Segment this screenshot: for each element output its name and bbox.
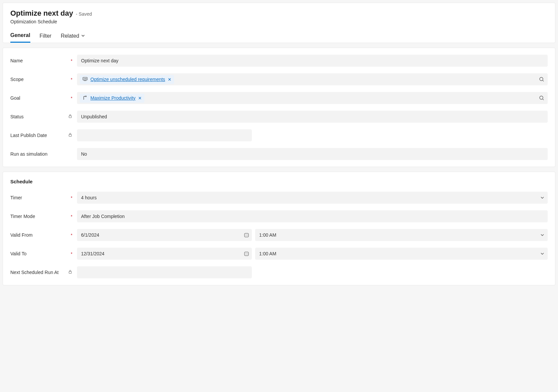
field-row-timer-mode: Timer Mode * After Job Completion — [10, 210, 548, 222]
timer-mode-value: After Job Completion — [81, 214, 125, 219]
required-icon: * — [71, 214, 72, 219]
goal-remove-icon[interactable]: ✕ — [138, 96, 142, 101]
required-icon: * — [71, 96, 72, 101]
field-row-status: Status Unpublished — [10, 111, 548, 123]
goal-pill: Maximize Productivity ✕ — [80, 94, 144, 103]
general-section: Name * Optimize next day Scope * — [3, 48, 555, 167]
schedule-section: Schedule Timer * 4 hours Timer Mode * — [3, 172, 555, 285]
run-sim-field[interactable]: No — [77, 148, 548, 160]
chevron-down-icon — [81, 33, 85, 39]
page-title: Optimize next day — [10, 9, 73, 18]
next-run-field — [77, 266, 252, 278]
field-row-scope: Scope * Optimize unscheduled requirement… — [10, 73, 548, 85]
valid-to-time-select[interactable]: 1:00 AM — [255, 248, 548, 260]
valid-to-time-value: 1:00 AM — [259, 251, 276, 256]
svg-rect-8 — [69, 272, 71, 274]
field-row-run-sim: Run as simulation No — [10, 148, 548, 160]
svg-rect-5 — [69, 135, 71, 137]
goal-route-icon — [82, 95, 88, 101]
required-icon: * — [71, 251, 72, 256]
scope-link[interactable]: Optimize unscheduled requirements — [90, 77, 165, 82]
required-icon: * — [71, 195, 72, 200]
valid-to-date-value: 12/31/2024 — [81, 251, 104, 256]
timer-mode-label: Timer Mode — [10, 214, 35, 219]
scope-pill: Optimize unscheduled requirements ✕ — [80, 75, 174, 84]
field-row-name: Name * Optimize next day — [10, 55, 548, 67]
field-row-valid-to: Valid To * 12/31/2024 1:00 AM — [10, 248, 548, 260]
timer-mode-field[interactable]: After Job Completion — [77, 210, 548, 222]
timer-select[interactable]: 4 hours — [77, 192, 548, 204]
goal-link[interactable]: Maximize Productivity — [90, 95, 135, 101]
timer-value: 4 hours — [81, 195, 97, 200]
saved-status: - Saved — [76, 11, 92, 17]
goal-label: Goal — [10, 95, 20, 101]
valid-from-label: Valid From — [10, 232, 33, 238]
lock-icon — [68, 114, 72, 119]
search-icon[interactable] — [539, 95, 544, 101]
status-field: Unpublished — [77, 111, 548, 123]
run-sim-value: No — [81, 151, 87, 157]
svg-rect-0 — [83, 77, 87, 80]
tab-filter[interactable]: Filter — [40, 32, 52, 43]
scope-entity-icon — [82, 76, 88, 83]
tab-related-label: Related — [61, 33, 79, 39]
goal-lookup[interactable]: Maximize Productivity ✕ — [77, 92, 548, 104]
status-label: Status — [10, 114, 24, 119]
last-publish-label: Last Publish Date — [10, 133, 47, 138]
field-row-timer: Timer * 4 hours — [10, 192, 548, 204]
valid-from-time-value: 1:00 AM — [259, 232, 276, 238]
tab-general[interactable]: General — [10, 32, 30, 43]
name-input[interactable]: Optimize next day — [77, 55, 548, 67]
scope-lookup[interactable]: Optimize unscheduled requirements ✕ — [77, 73, 548, 85]
run-sim-label: Run as simulation — [10, 151, 47, 157]
scope-remove-icon[interactable]: ✕ — [168, 77, 171, 82]
chevron-down-icon — [540, 233, 544, 237]
field-row-valid-from: Valid From * 6/1/2024 1:00 AM — [10, 229, 548, 241]
required-icon: * — [71, 233, 72, 238]
timer-label: Timer — [10, 195, 22, 200]
field-row-last-publish: Last Publish Date — [10, 129, 548, 141]
valid-to-date-input[interactable]: 12/31/2024 — [77, 248, 252, 260]
calendar-icon[interactable] — [244, 251, 249, 256]
scope-label: Scope — [10, 77, 24, 82]
lock-icon — [68, 133, 72, 138]
lock-icon — [68, 270, 72, 275]
svg-rect-4 — [69, 116, 71, 118]
svg-rect-6 — [244, 233, 248, 237]
required-icon: * — [71, 77, 72, 82]
calendar-icon[interactable] — [244, 232, 249, 238]
chevron-down-icon — [540, 196, 544, 200]
svg-rect-7 — [244, 252, 248, 256]
schedule-title: Schedule — [10, 179, 548, 184]
chevron-down-icon — [540, 252, 544, 256]
valid-to-label: Valid To — [10, 251, 27, 256]
tab-filter-label: Filter — [40, 33, 52, 39]
valid-from-time-select[interactable]: 1:00 AM — [255, 229, 548, 241]
valid-from-date-value: 6/1/2024 — [81, 232, 99, 238]
search-icon[interactable] — [539, 77, 544, 82]
svg-point-1 — [85, 78, 86, 79]
required-icon: * — [71, 58, 72, 63]
name-value: Optimize next day — [81, 58, 118, 63]
tab-related[interactable]: Related — [61, 32, 85, 43]
entity-subtitle: Optimization Schedule — [10, 19, 548, 24]
valid-from-date-input[interactable]: 6/1/2024 — [77, 229, 252, 241]
field-row-next-run: Next Scheduled Run At — [10, 266, 548, 278]
tab-general-label: General — [10, 32, 30, 38]
next-run-label: Next Scheduled Run At — [10, 270, 59, 275]
svg-point-3 — [540, 96, 543, 99]
status-value: Unpublished — [81, 114, 107, 119]
svg-point-2 — [540, 77, 543, 81]
last-publish-field — [77, 129, 252, 141]
name-label: Name — [10, 58, 23, 63]
tab-bar: General Filter Related — [10, 32, 548, 43]
field-row-goal: Goal * Maximize Productivity ✕ — [10, 92, 548, 104]
header-panel: Optimize next day - Saved Optimization S… — [3, 3, 555, 43]
